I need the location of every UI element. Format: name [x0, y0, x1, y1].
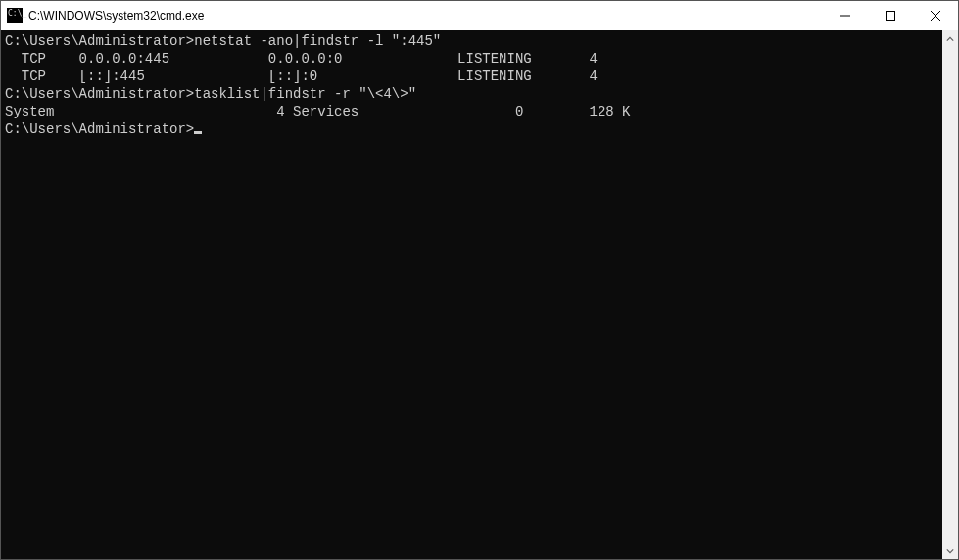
chevron-down-icon	[946, 547, 954, 555]
content-area: C:\Users\Administrator>netstat -ano|find…	[1, 30, 958, 559]
vertical-scrollbar[interactable]	[942, 30, 958, 559]
window-controls	[823, 1, 958, 30]
terminal-line: C:\Users\Administrator>netstat -ano|find…	[5, 32, 942, 50]
close-icon	[931, 11, 940, 21]
cursor	[194, 131, 202, 134]
chevron-up-icon	[946, 35, 954, 43]
terminal-prompt: C:\Users\Administrator>	[5, 121, 194, 137]
terminal-line: TCP 0.0.0.0:445 0.0.0.0:0 LISTENING 4	[5, 50, 942, 68]
maximize-button[interactable]	[868, 1, 913, 30]
scroll-down-button[interactable]	[942, 542, 958, 559]
cmd-window: C:\WINDOWS\system32\cmd.exe C:\Users\Adm…	[0, 0, 959, 560]
terminal-line: C:\Users\Administrator>tasklist|findstr …	[5, 85, 942, 103]
terminal-output[interactable]: C:\Users\Administrator>netstat -ano|find…	[1, 30, 942, 559]
maximize-icon	[886, 11, 895, 21]
cmd-icon	[7, 8, 23, 23]
window-title: C:\WINDOWS\system32\cmd.exe	[28, 9, 823, 23]
terminal-line: System 4 Services 0 128 K	[5, 103, 942, 120]
minimize-button[interactable]	[823, 1, 868, 30]
terminal-prompt-line: C:\Users\Administrator>	[5, 120, 942, 138]
terminal-line: TCP [::]:445 [::]:0 LISTENING 4	[5, 68, 942, 85]
titlebar[interactable]: C:\WINDOWS\system32\cmd.exe	[1, 1, 958, 30]
minimize-icon	[840, 11, 850, 21]
close-button[interactable]	[913, 1, 958, 30]
scroll-up-button[interactable]	[942, 30, 958, 47]
svg-rect-1	[887, 12, 895, 21]
